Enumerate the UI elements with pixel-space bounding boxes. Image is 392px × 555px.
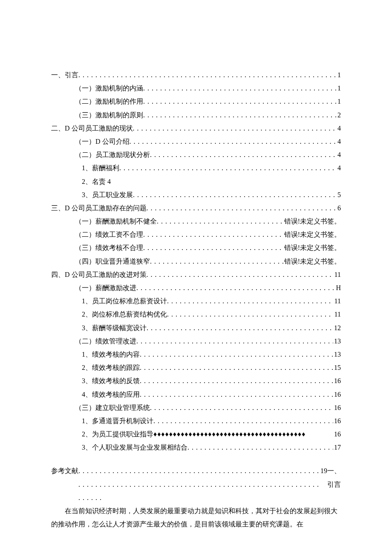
toc-entry: 2、绩效考核的跟踪. . . . . . . . . . . . . . . .…	[82, 361, 341, 374]
toc-entry-label: 4、绩效考核的应用	[82, 388, 140, 401]
toc-entry-label: （二）员工激励现状分析	[75, 148, 150, 161]
toc-entry-label: 2、岗位标准总薪资结构优化	[82, 308, 167, 321]
toc-leader: . . . . . . . . . . . . . . . . . . . . …	[133, 122, 337, 135]
toc-entry-page: 4	[337, 122, 341, 135]
spacer	[51, 454, 341, 464]
toc-leader: . . . . . . . . . . . . . . . . . . . . …	[147, 321, 333, 334]
toc-entry-label: 2、为员工提供职业指导	[82, 427, 153, 441]
toc-leader: . . . . . . . . . . . . . . . . . . . . …	[147, 268, 334, 281]
toc-entry-page: 19	[320, 464, 327, 477]
toc-entry: （三）激励机制的原则. . . . . . . . . . . . . . . …	[75, 108, 341, 122]
toc-entry: （二）员工激励现状分析. . . . . . . . . . . . . . .…	[75, 148, 341, 161]
toc-entry-page: 16	[333, 374, 341, 387]
toc-entry-page: 4	[337, 161, 341, 174]
toc-entry-label: 1、绩效考核的内容	[82, 348, 140, 361]
toc-entry: 3、员工职业发展. . . . . . . . . . . . . . . . …	[82, 188, 341, 201]
toc-leader: . . . . . . . . . . . . . . . . . . . . …	[143, 228, 283, 241]
toc-entry-page: 错误!未定义书签。	[283, 228, 341, 241]
toc-entry-page: H	[335, 281, 341, 294]
toc-entry-page: 5	[337, 188, 341, 201]
toc-entry-page: 1	[337, 95, 341, 108]
toc-entry-page: 16	[333, 414, 341, 427]
toc-entry: （一）薪酬激励机制不健全. . . . . . . . . . . . . . …	[75, 215, 341, 228]
toc-entry-page: 1	[337, 81, 341, 95]
toc-entry-page: 11	[334, 268, 341, 281]
toc-leader: . . . . . . . . . . . . . . . . . . . . …	[140, 388, 333, 401]
toc-entry-label: （二）激励机制的作用	[75, 95, 143, 108]
references-line: 参考文献 . . . . . . . . . . . . . . . . . .…	[51, 464, 341, 504]
toc-entry: 1、绩效考核的内容. . . . . . . . . . . . . . . .…	[82, 348, 341, 361]
toc-entry: 1、多通道晋升机制设计. . . . . . . . . . . . . . .…	[82, 414, 341, 427]
toc-entry-label: （一）薪酬激励改进	[75, 281, 136, 294]
toc-entry-page: 12	[333, 321, 341, 334]
toc-entry-page: 错误!未定义书签。	[283, 215, 341, 228]
toc-entry-label: 3、薪酬等级幅宽设计	[82, 321, 147, 334]
toc-entry-page: 17	[333, 441, 341, 454]
toc-entry: 3、个人职业发展与企业发展相结合. . . . . . . . . . . . …	[82, 441, 341, 454]
toc-entry-label: （三）建立职业管理系统	[75, 401, 150, 414]
toc-leader: . . . . . . . . . . . . . . . . . . . . …	[150, 401, 333, 414]
toc-entry: 1、员工岗位标准总薪资设计. . . . . . . . . . . . . .…	[82, 294, 341, 308]
toc-entry-label: 四、D 公司员工激励的改进对策	[51, 268, 147, 281]
toc-entry: 2、名责 4	[82, 175, 341, 188]
toc-entry: 三、D 公司员工激励存在的问题. . . . . . . . . . . . .…	[51, 201, 341, 215]
toc-leader: . . . . . . . . . . . . . . . . . . . . …	[133, 188, 337, 201]
toc-entry-page: 16	[333, 401, 341, 414]
toc-leader: . . . . . . . . . . . . . . . . . . . . …	[167, 308, 334, 321]
toc-entry-label: 2、名责 4	[82, 175, 111, 188]
toc-leader: . . . . . . . . . . . . . . . . . . . . …	[136, 281, 335, 294]
toc-entry-label: 3、个人职业发展与企业发展相结合	[82, 441, 187, 454]
toc-leader: . . . . . . . . . . . . . . . . . . . . …	[143, 241, 283, 254]
toc-entry-page: 4	[337, 135, 341, 148]
toc-entry-page: 11	[334, 308, 341, 321]
toc-entry-label: 3、绩效考核的反馈	[82, 374, 140, 387]
toc-entry-page: 11	[334, 294, 341, 308]
toc-leader: . . . . . . . . . . . . . . . . . . . . …	[136, 334, 333, 348]
toc-entry-page: 错误!未定义书签。	[283, 241, 341, 254]
toc-leader: . . . . . . . . . . . . . . . . . . . . …	[143, 108, 337, 122]
toc-entry-label: 参考文献	[51, 464, 78, 477]
table-of-contents: 一、引言. . . . . . . . . . . . . . . . . . …	[51, 68, 341, 454]
toc-entry-page: 1	[337, 68, 341, 81]
body-paragraph: 在当前知识经济时期，人类发展的最重要动力就是知识和科技，其对于社会的发展起到很大…	[51, 504, 341, 531]
toc-entry: （二）绩效管理改进. . . . . . . . . . . . . . . .…	[75, 334, 341, 348]
toc-entry-label: （二）绩效管理改进	[75, 334, 136, 348]
toc-entry: 2、岗位标准总薪资结构优化. . . . . . . . . . . . . .…	[82, 308, 341, 321]
toc-entry: 1、薪酬福利. . . . . . . . . . . . . . . . . …	[82, 161, 341, 174]
toc-leader: . . . . . . . . . . . . . . . . . . . . …	[187, 441, 333, 454]
toc-entry-label: 2、绩效考核的跟踪	[82, 361, 140, 374]
toc-leader: . . . . . . . . . . . . . . . . . . . . …	[140, 374, 333, 387]
toc-leader: . . . . . . . . . . . . . . . . . . . . …	[140, 361, 333, 374]
toc-leader: . . . . . . . . . . . . . . . . . . . . …	[130, 135, 337, 148]
toc-entry-page: 13	[333, 348, 341, 361]
toc-entry-label: 1、员工岗位标准总薪资设计	[82, 294, 167, 308]
toc-leader: . . . . . . . . . . . . . . . . . . . . …	[150, 255, 283, 268]
toc-entry: （一）D 公司介绍. . . . . . . . . . . . . . . .…	[75, 135, 341, 148]
toc-entry: 二、D 公司员工激励的现状. . . . . . . . . . . . . .…	[51, 122, 341, 135]
toc-entry-label: 3、员工职业发展	[82, 188, 133, 201]
toc-entry-page: 15	[333, 361, 341, 374]
toc-entry-label: （一）激励机制的内涵	[75, 81, 143, 95]
toc-entry: （一）激励机制的内涵. . . . . . . . . . . . . . . …	[75, 81, 341, 95]
toc-leader: . . . . . . . . . . . . . . . . . . . . …	[78, 464, 320, 504]
toc-entry: 一、引言. . . . . . . . . . . . . . . . . . …	[51, 68, 341, 81]
toc-entry: 3、薪酬等级幅宽设计. . . . . . . . . . . . . . . …	[82, 321, 341, 334]
toc-entry: （三）建立职业管理系统. . . . . . . . . . . . . . .…	[75, 401, 341, 414]
inline-heading: 一、引言	[327, 464, 341, 491]
toc-entry-label: 1、薪酬福利	[82, 161, 119, 174]
toc-leader: . . . . . . . . . . . . . . . . . . . . …	[78, 68, 337, 81]
toc-entry: 2、为员工提供职业指导♦♦♦♦♦♦♦♦♦♦♦♦♦♦♦♦♦♦♦♦♦♦♦♦♦♦♦♦♦…	[82, 427, 341, 441]
toc-leader: . . . . . . . . . . . . . . . . . . . . …	[143, 81, 337, 95]
toc-entry: 3、绩效考核的反馈. . . . . . . . . . . . . . . .…	[82, 374, 341, 387]
toc-leader: . . . . . . . . . . . . . . . . . . . . …	[140, 348, 333, 361]
toc-entry: （三）绩效考核不合理. . . . . . . . . . . . . . . …	[75, 241, 341, 254]
toc-entry-label: 1、多通道晋升机制设计	[82, 414, 153, 427]
toc-entry-page: 16	[333, 427, 341, 441]
toc-entry: 4、绩效考核的应用. . . . . . . . . . . . . . . .…	[82, 388, 341, 401]
toc-entry-page: 4	[337, 148, 341, 161]
toc-leader: . . . . . . . . . . . . . . . . . . . . …	[157, 215, 283, 228]
toc-entry-page: 6	[337, 201, 341, 215]
toc-entry: （四）职业晋升通道狭窄. . . . . . . . . . . . . . .…	[75, 255, 341, 268]
toc-entry-label: （四）职业晋升通道狭窄	[75, 255, 150, 268]
toc-entry-page: 2	[337, 108, 341, 122]
